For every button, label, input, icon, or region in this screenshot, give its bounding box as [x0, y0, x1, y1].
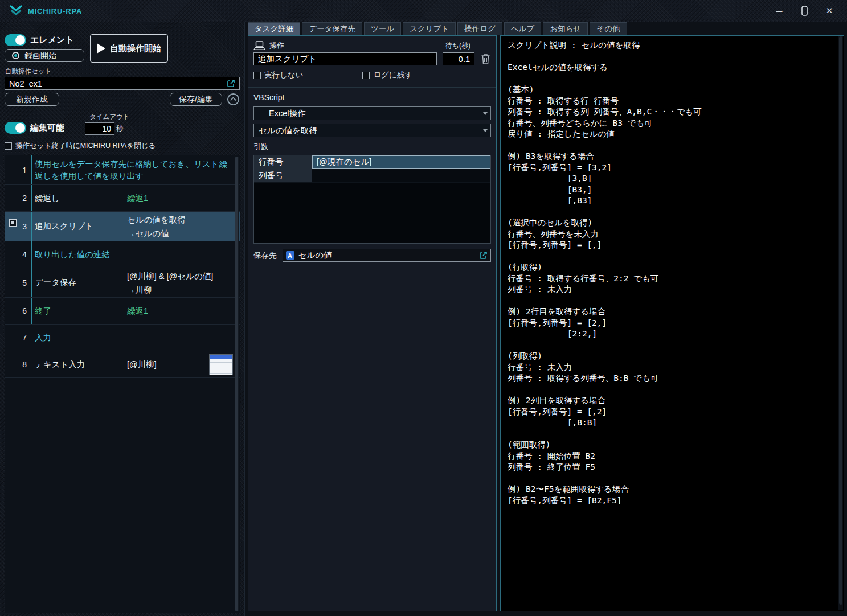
- argument-name: 列番号: [254, 169, 312, 182]
- window-controls: ─ ✕: [771, 6, 838, 16]
- step-row-6[interactable]: 6 終了 繰返1: [5, 298, 240, 325]
- step-title: データ保存: [35, 277, 127, 288]
- script-category-select[interactable]: Excel操作: [253, 106, 491, 120]
- operation-name-value: 追加スクリプト: [258, 54, 317, 64]
- close-on-end-label: 操作セット終了時にMICHIRU RPAを閉じる: [15, 141, 156, 151]
- left-panel: エレメント 録画開始 自動操作開始 自動操作セット No2_ex1: [0, 22, 245, 616]
- step-list: 1 使用セルをデータ保存先に格納しておき、リスト繰返しを使用して値を取り出す 2…: [5, 155, 240, 613]
- task-detail-panel: 操作 待ち(秒) 追加スクリプト 0.1: [248, 35, 497, 611]
- step-row-2[interactable]: 2 繰返し 繰返1: [5, 185, 240, 212]
- tab-bar: タスク詳細 データ保存先 ツール スクリプト 操作ログ ヘルプ お知らせ その他: [245, 22, 847, 35]
- step-title: 繰返し: [35, 193, 127, 204]
- app-logo-icon: [9, 5, 23, 17]
- script-action-value: セルの値を取得: [259, 125, 317, 136]
- left-top-controls: エレメント 録画開始 自動操作開始: [5, 34, 240, 63]
- step-number: 8: [5, 351, 32, 377]
- scrollbar-thumb[interactable]: [839, 36, 842, 605]
- skip-checkbox-label: 実行しない: [264, 70, 303, 80]
- script-action-select[interactable]: セルの値を取得: [253, 124, 491, 137]
- tab-help[interactable]: ヘルプ: [504, 22, 541, 35]
- step-number: 2: [5, 185, 32, 211]
- auto-set-label: 自動操作セット: [5, 67, 240, 76]
- step-row-1[interactable]: 1 使用セルをデータ保存先に格納しておき、リスト繰返しを使用して値を取り出す: [5, 155, 240, 185]
- variable-type-icon: A: [286, 251, 294, 260]
- titlebar: MICHIRU-RPA ─ ✕: [0, 0, 847, 22]
- step-checkbox[interactable]: [9, 219, 17, 227]
- new-set-button[interactable]: 新規作成: [5, 93, 59, 106]
- argument-value-input[interactable]: [@現在のセル]: [312, 155, 490, 169]
- tab-tools[interactable]: ツール: [364, 22, 401, 35]
- set-buttons-row: 新規作成 保存/編集: [5, 93, 240, 106]
- element-toggle[interactable]: [5, 34, 26, 46]
- tab-others[interactable]: その他: [590, 22, 627, 35]
- step-row-4[interactable]: 4 取り出した値の連結: [5, 241, 240, 268]
- step-value: セルの値を取得: [127, 213, 233, 227]
- maximize-button[interactable]: [796, 6, 813, 16]
- operation-name-input[interactable]: 追加スクリプト: [253, 52, 437, 65]
- timeout-unit: 秒: [116, 124, 124, 134]
- wait-seconds-label: 待ち(秒): [445, 41, 470, 51]
- open-external-icon[interactable]: [479, 251, 488, 260]
- record-icon: [12, 52, 19, 59]
- arguments-table: 行番号 [@現在のセル] 列番号: [253, 155, 491, 244]
- scrollbar-thumb[interactable]: [235, 157, 238, 611]
- set-name-input[interactable]: No2_ex1: [5, 77, 240, 90]
- step-value: 繰返1: [127, 194, 148, 203]
- step-thumbnail: [209, 354, 233, 375]
- doc-scrollbar[interactable]: [838, 36, 843, 610]
- argument-row-1: 行番号 [@現在のセル]: [254, 155, 490, 169]
- close-button[interactable]: ✕: [821, 6, 838, 16]
- step-row-3[interactable]: 3 追加スクリプト セルの値を取得 →セルの値: [5, 212, 240, 241]
- step-row-8[interactable]: 8 テキスト入力 [@川柳]: [5, 351, 240, 378]
- section-divider: [248, 87, 496, 88]
- tab-news[interactable]: お知らせ: [543, 22, 588, 35]
- app-brand: MICHIRU-RPA: [9, 5, 82, 17]
- wait-seconds-value: 0.1: [459, 55, 470, 64]
- chevron-down-icon: [483, 129, 488, 132]
- log-checkbox[interactable]: [362, 72, 370, 79]
- open-external-icon[interactable]: [227, 79, 235, 88]
- edit-timeout-row: 編集可能 タイムアウト 10 秒: [5, 113, 240, 135]
- play-icon: [97, 43, 105, 54]
- save-destination-label: 保存先: [253, 250, 277, 261]
- set-name-value: No2_ex1: [9, 79, 42, 88]
- timeout-input[interactable]: 10: [85, 122, 114, 135]
- close-on-end-row: 操作セット終了時にMICHIRU RPAを閉じる: [5, 141, 240, 151]
- step-number: 4: [5, 241, 32, 268]
- chevron-down-icon: [483, 112, 488, 115]
- tab-data-destination[interactable]: データ保存先: [302, 22, 362, 35]
- step-number: 1: [5, 155, 32, 184]
- skip-checkbox[interactable]: [253, 72, 261, 79]
- auto-start-button[interactable]: 自動操作開始: [90, 34, 168, 63]
- tab-operation-log[interactable]: 操作ログ: [457, 22, 502, 35]
- step-value-2: →セルの値: [127, 227, 233, 240]
- step-title: 終了: [35, 306, 127, 317]
- step-row-7[interactable]: 7 入力: [5, 325, 240, 351]
- save-destination-field[interactable]: A セルの値: [283, 249, 492, 262]
- delete-step-icon[interactable]: [480, 53, 491, 65]
- save-destination-value: セルの値: [298, 250, 476, 261]
- record-start-button[interactable]: 録画開始: [5, 49, 84, 62]
- auto-start-label: 自動操作開始: [110, 43, 161, 54]
- step-number: 5: [5, 268, 32, 297]
- tab-task-detail[interactable]: タスク詳細: [248, 22, 300, 35]
- step-value: [@川柳]: [127, 360, 157, 369]
- save-edit-button[interactable]: 保存/編集: [170, 93, 222, 106]
- step-title: 入力: [35, 332, 51, 343]
- editable-toggle[interactable]: [5, 122, 26, 134]
- argument-value-input[interactable]: [312, 169, 490, 182]
- toggle-knob: [15, 35, 25, 45]
- argument-row-2: 列番号: [254, 169, 490, 183]
- close-on-end-checkbox[interactable]: [5, 142, 12, 150]
- minimize-button[interactable]: ─: [771, 6, 788, 16]
- step-row-5[interactable]: 5 データ保存 [@川柳] & [@セルの値] →川柳: [5, 268, 240, 298]
- tab-script[interactable]: スクリプト: [403, 22, 456, 35]
- wait-seconds-input[interactable]: 0.1: [443, 52, 474, 65]
- step-number: 6: [5, 298, 32, 324]
- log-checkbox-label: ログに残す: [373, 70, 412, 80]
- step-list-scrollbar[interactable]: [235, 157, 239, 611]
- collapse-up-icon[interactable]: [227, 93, 240, 106]
- script-category-value: Excel操作: [269, 108, 305, 119]
- log-checkbox-row: ログに残す: [362, 70, 412, 80]
- step-value: [@川柳] & [@セルの値]: [127, 269, 233, 283]
